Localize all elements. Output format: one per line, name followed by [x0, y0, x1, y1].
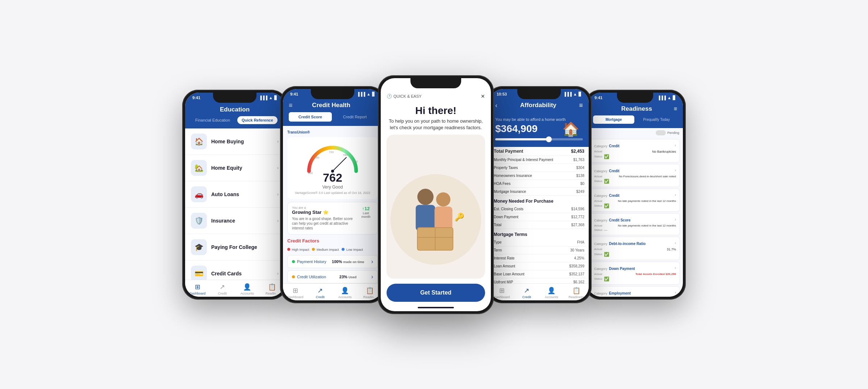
get-started-button[interactable]: Get Started	[387, 284, 485, 302]
time-5: 9:41	[594, 96, 602, 100]
wifi-icon-2: ▲	[367, 92, 371, 96]
dashboard-icon-1: ⊞	[195, 283, 200, 291]
chevron-7: ›	[675, 291, 676, 295]
phone-credit-health: 9:41 ▐▐▐ ▲ ▊ ≡ Credit Health Credit Scor…	[280, 86, 385, 303]
status-icons-1: ▐▐▐ ▲ ▊	[259, 96, 277, 100]
couple-illustration: 🔑	[387, 135, 485, 279]
gauge-score: 762 Very Good	[322, 171, 343, 190]
actual-val-1: No Bankruptcies	[652, 150, 676, 153]
credit-icon-2: ↗	[317, 287, 323, 295]
medium-impact-legend: Medium Impact	[312, 246, 339, 252]
actual-val-3: No late payments noted in the last 12 mo…	[618, 199, 676, 203]
cat-val-2: Credit	[609, 169, 619, 173]
signal-icon-2: ▐▐▐	[357, 92, 365, 96]
nav-accounts-label-2: Accounts	[338, 295, 352, 299]
phones-container: 9:41 ▐▐▐ ▲ ▊ Education Financial Educati…	[175, 61, 693, 329]
list-item-home-buying[interactable]: 🏠 Home Buying ›	[185, 128, 284, 155]
credit-factors-title: Credit Factors	[287, 238, 378, 244]
tab-mortgage[interactable]: Mortgage	[593, 115, 634, 124]
cat-label-3: Category	[594, 194, 608, 198]
status-label-4: Status	[594, 228, 602, 232]
list-item-credit-cards[interactable]: 💳 Credit Cards ›	[185, 261, 284, 280]
pending-section: Pending	[587, 128, 683, 136]
growing-star-card: You are a Growing Star ⭐ You are in a go…	[287, 202, 378, 234]
svg-text:850: 850	[353, 160, 358, 163]
score-change-section: ↑12 Last month	[359, 206, 373, 219]
credit-header: ≡ Credit Health Credit Score Credit Repo…	[283, 98, 382, 126]
home-buying-icon: 🏠	[191, 134, 207, 149]
ready-item-credit-3[interactable]: Category Credit › Actual No late payment…	[590, 189, 680, 212]
low-impact-legend: Low Impact	[342, 246, 363, 252]
ready-item-credit-score[interactable]: Category Credit Score › Actual No late p…	[590, 213, 680, 235]
list-item-home-equity[interactable]: 🏡 Home Equity ›	[185, 155, 284, 181]
actual-label-2: Actual	[594, 175, 602, 178]
auto-loans-icon: 🚗	[191, 186, 207, 202]
cat-val-4: Credit Score	[609, 218, 630, 222]
afford-table-body: Total Payment $2,453 Monthly Principal &…	[489, 147, 589, 283]
nav-dashboard-2[interactable]: ⊞ Dashboard	[283, 287, 308, 299]
factor-credit-utilization[interactable]: Credit Utilization 23% Used ›	[287, 270, 378, 283]
tab-credit-report[interactable]: Credit Report	[333, 112, 376, 122]
afford-slider-thumb[interactable]	[546, 136, 552, 142]
ready-item-down-payment[interactable]: Category Down Payment › Actual Total Ass…	[590, 262, 680, 285]
gauge-svg: 600 660 720 780 850	[304, 142, 362, 175]
factor-payment-history[interactable]: Payment History 100% made on time ›	[287, 255, 378, 268]
nav-accounts-4[interactable]: 👤 Accounts	[539, 287, 564, 299]
list-item-insurance[interactable]: 🛡️ Insurance ›	[185, 208, 284, 234]
phone-hi-there: 🕐 QUICK & EASY ✕ Hi there! To help you o…	[378, 75, 494, 314]
row-interest-rate: Interest Rate 4.25%	[489, 254, 589, 262]
credit-icon-4: ↗	[524, 287, 529, 295]
actual-val-2: No Foreclosure,deed-in-lieu/short sale n…	[619, 175, 676, 178]
nav-readiness-4[interactable]: 📋 Readiness	[564, 287, 589, 299]
chevron-home-buying: ›	[277, 139, 279, 144]
row-upfront-mip: Upfront MIP $6,162	[489, 278, 589, 283]
impact-legend: High Impact Medium Impact Low Impact	[287, 246, 378, 252]
ready-item-dti[interactable]: Category Debt-to-income Ratio › Actual 3…	[590, 237, 680, 260]
insurance-label: Insurance	[211, 218, 273, 224]
list-item-auto-loans[interactable]: 🚗 Auto Loans ›	[185, 181, 284, 208]
paying-college-label: Paying For College	[211, 244, 279, 250]
quick-easy-label: 🕐 QUICK & EASY	[387, 94, 422, 99]
row-down-payment: Down Payment $12,772	[489, 213, 589, 221]
nav-credit-4[interactable]: ↗ Credit	[514, 287, 539, 299]
notch-1	[213, 93, 256, 103]
nav-dashboard-1[interactable]: ⊞ Dashboard	[185, 283, 210, 295]
cat-label-6: Category	[594, 267, 608, 271]
battery-icon-4: ▊	[579, 92, 581, 97]
score-change-label: Last month	[359, 211, 373, 219]
phone-readiness: 9:41 ▐▐▐ ▲ ▊ Readiness ≡ Mortgage	[584, 90, 686, 300]
tab-prequalify[interactable]: Prequalify Today	[636, 115, 677, 124]
check-icon-1: ✅	[604, 154, 609, 159]
readiness-title: Readiness	[621, 105, 652, 113]
close-button[interactable]: ✕	[481, 93, 485, 99]
tab-quick-reference[interactable]: Quick Reference	[237, 116, 277, 124]
nav-accounts-1[interactable]: 👤 Accounts	[235, 283, 260, 295]
list-item-paying-college[interactable]: 🎓 Paying For College	[185, 234, 284, 261]
row-hoa: HOA Fees $0	[489, 180, 589, 188]
nav-credit-2[interactable]: ↗ Credit	[308, 287, 333, 299]
ready-item-employment[interactable]: Category Employment ›	[590, 286, 680, 297]
ready-menu-icon[interactable]: ≡	[674, 106, 677, 112]
status-label-1: Status	[594, 155, 602, 158]
signal-icon-4: ▐▐▐	[563, 92, 572, 96]
afford-slider[interactable]	[495, 138, 583, 140]
cat-label-4: Category	[594, 219, 608, 222]
hi-top-bar: 🕐 QUICK & EASY ✕	[381, 90, 491, 101]
notch-2	[311, 89, 354, 99]
afford-menu-icon[interactable]: ≡	[579, 102, 583, 109]
status-label-3: Status	[594, 204, 602, 207]
svg-text:🔑: 🔑	[455, 212, 464, 221]
ready-item-credit-1[interactable]: Category Credit › Actual No Bankruptcies…	[590, 139, 680, 162]
credit-tabs: Credit Score Credit Report	[289, 112, 376, 122]
ready-item-credit-2[interactable]: Category Credit › Actual No Foreclosure,…	[590, 164, 680, 187]
nav-accounts-2[interactable]: 👤 Accounts	[333, 287, 358, 299]
chevron-4: ›	[675, 217, 676, 221]
tab-credit-score[interactable]: Credit Score	[289, 112, 332, 122]
nav-accounts-label-1: Accounts	[241, 292, 254, 295]
pending-toggle[interactable]	[656, 130, 666, 135]
nav-credit-1[interactable]: ↗ Credit	[210, 283, 235, 295]
tab-financial-education[interactable]: Financial Education	[191, 116, 234, 124]
credit-menu-icon[interactable]: ≡	[289, 102, 293, 109]
actual-label-3: Actual	[594, 199, 602, 203]
nav-accounts-label-4: Accounts	[545, 295, 558, 299]
